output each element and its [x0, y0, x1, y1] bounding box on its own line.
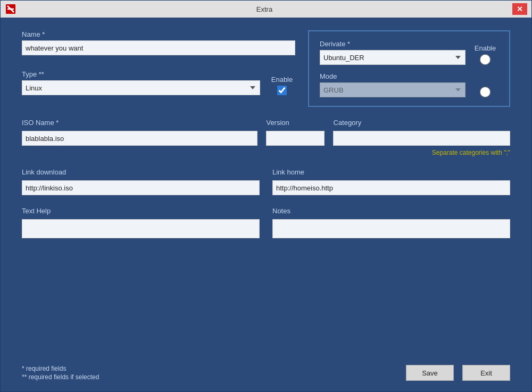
footer-note2: ** required fields if selected — [22, 373, 99, 381]
exit-button[interactable]: Exit — [462, 365, 510, 381]
footer-buttons: Save Exit — [406, 365, 510, 381]
version-input[interactable] — [266, 131, 325, 146]
version-label: Version — [266, 119, 325, 127]
form-content: Name * Type ** Linux Windows Other — [1, 18, 531, 358]
derivate-select[interactable]: Ubuntu_DER Debian Fedora — [320, 50, 466, 65]
mode-group: Mode GRUB SYSLINUX — [320, 72, 466, 97]
notes-label: Notes — [272, 207, 510, 215]
name-input[interactable] — [22, 40, 295, 55]
type-label: Type ** — [22, 70, 260, 78]
iso-name-group: ISO Name * — [22, 119, 257, 146]
mode-enable-radio[interactable] — [480, 87, 491, 97]
notes-group: Notes — [272, 207, 510, 238]
footer: * required fields ** required fields if … — [1, 358, 531, 391]
type-select[interactable]: Linux Windows Other — [22, 80, 260, 95]
type-enable-checkbox[interactable] — [277, 86, 287, 95]
type-enable-block: Enable — [269, 76, 295, 95]
category-hint: Separate categories with ";" — [333, 149, 510, 156]
app-icon — [5, 3, 16, 15]
iso-name-label: ISO Name * — [22, 119, 257, 127]
titlebar: Extra ✕ — [1, 1, 531, 18]
notes-input[interactable] — [272, 219, 510, 238]
link-download-group: Link download — [22, 168, 260, 195]
mode-row: Mode GRUB SYSLINUX — [320, 72, 498, 97]
category-group: Category Separate categories with ";" — [333, 119, 510, 156]
mode-label: Mode — [320, 72, 466, 80]
link-download-label: Link download — [22, 168, 260, 176]
link-section: Link download Link home — [22, 168, 510, 195]
derivate-row: Derivate * Ubuntu_DER Debian Fedora Enab… — [320, 40, 498, 65]
iso-name-input[interactable] — [22, 131, 257, 146]
iso-section: ISO Name * Version Category Separate cat… — [22, 119, 510, 156]
right-panel: Derivate * Ubuntu_DER Debian Fedora Enab… — [308, 30, 510, 107]
footer-note1: * required fields — [22, 365, 99, 372]
derivate-enable-label: Enable — [475, 44, 496, 52]
mode-enable-block — [472, 85, 498, 97]
derivate-enable-block: Enable — [472, 44, 498, 65]
window-title: Extra — [16, 5, 512, 13]
derivate-group: Derivate * Ubuntu_DER Debian Fedora — [320, 40, 466, 65]
derivate-enable-radio[interactable] — [480, 54, 491, 65]
link-home-label: Link home — [272, 168, 510, 176]
text-help-label: Text Help — [22, 207, 260, 215]
main-window: Extra ✕ Name * Type ** Linux — [0, 0, 532, 392]
name-field-group: Name * — [22, 30, 295, 55]
mode-select[interactable]: GRUB SYSLINUX — [320, 82, 466, 97]
footer-notes: * required fields ** required fields if … — [22, 365, 99, 381]
type-select-group: Type ** Linux Windows Other — [22, 70, 260, 95]
link-home-input[interactable] — [272, 180, 510, 195]
type-enable-label: Enable — [271, 76, 293, 84]
left-section: Name * Type ** Linux Windows Other — [22, 30, 295, 95]
link-download-input[interactable] — [22, 180, 260, 195]
close-button[interactable]: ✕ — [512, 3, 527, 15]
link-home-group: Link home — [272, 168, 510, 195]
text-help-input[interactable] — [22, 219, 260, 238]
version-group: Version — [266, 119, 325, 146]
save-button[interactable]: Save — [406, 365, 454, 381]
type-row: Type ** Linux Windows Other Enable — [22, 70, 295, 95]
type-section: Type ** Linux Windows Other Enable — [22, 70, 295, 95]
help-notes-section: Text Help Notes — [22, 207, 510, 238]
category-input[interactable] — [333, 131, 510, 146]
name-label: Name * — [22, 30, 295, 38]
derivate-label: Derivate * — [320, 40, 466, 48]
category-label: Category — [333, 119, 510, 127]
text-help-group: Text Help — [22, 207, 260, 238]
top-section: Name * Type ** Linux Windows Other — [22, 30, 510, 107]
